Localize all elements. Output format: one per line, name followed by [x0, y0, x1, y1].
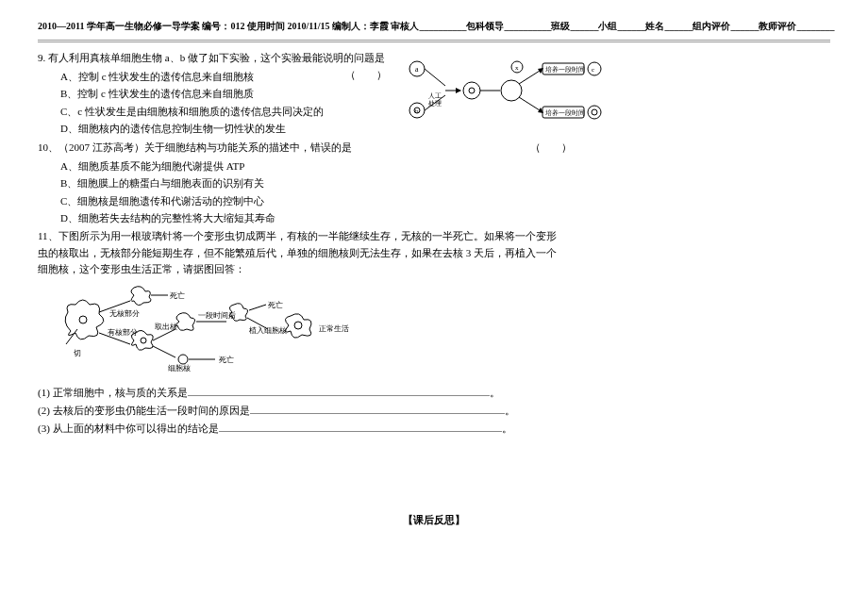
svg-line-40: [153, 346, 175, 357]
svg-text:取出核: 取出核: [155, 323, 177, 331]
svg-text:死亡: 死亡: [219, 356, 234, 364]
q9-optB: B、控制 c 性状发生的遗传信息来自细胞质: [60, 86, 396, 103]
svg-text:培养一段时间: 培养一段时间: [544, 109, 585, 117]
svg-line-45: [249, 305, 266, 310]
svg-point-49: [294, 322, 302, 329]
question-9: 9. 有人利用真核单细胞生物 a、b 做了如下实验，这个实验最能说明的问题是（ …: [38, 50, 396, 138]
blank[interactable]: [219, 420, 502, 432]
q9-optC: C、c 性状发生是由细胞核和细胞质的遗传信息共同决定的: [60, 104, 396, 121]
q10-optB: B、细胞膜上的糖蛋白与细胞表面的识别有关: [60, 175, 566, 192]
svg-text:无核部分: 无核部分: [109, 309, 140, 318]
q10-optC: C、细胞核是细胞遗传和代谢活动的控制中心: [60, 193, 566, 210]
svg-line-14: [519, 71, 540, 84]
svg-point-11: [469, 88, 475, 93]
svg-text:一段时间后: 一段时间后: [198, 311, 236, 320]
svg-text:培养一段时间: 培养一段时间: [544, 66, 585, 74]
figure-2-diagram: 切 无核部分 死亡 有核部分 取出核 细胞核 一段时间后 死亡 植入细胞核 正常…: [57, 284, 377, 379]
blank[interactable]: [188, 384, 490, 396]
sub3: (3) 从上面的材料中你可以得出的结论是: [38, 422, 219, 434]
svg-text:死亡: 死亡: [268, 301, 283, 309]
svg-text:b: b: [415, 108, 419, 115]
svg-point-27: [592, 109, 597, 115]
svg-text:死亡: 死亡: [170, 291, 185, 300]
svg-text:植入细胞核: 植入细胞核: [249, 326, 287, 335]
svg-text:正常生活: 正常生活: [319, 324, 349, 333]
question-11: 11、下图所示为用一根玻璃针将一个变形虫切成两半，有核的一半能继续生存，无核的一…: [38, 228, 566, 278]
q10-stem: 10、（2007 江苏高考）关于细胞结构与功能关系的描述中，错误的是: [38, 141, 352, 153]
blank[interactable]: [250, 402, 505, 414]
divider: [38, 40, 830, 42]
sub-questions: (1) 正常细胞中，核与质的关系是。 (2) 去核后的变形虫仍能生活一段时间的原…: [38, 384, 557, 437]
svg-text:切: 切: [74, 349, 81, 357]
svg-text:细胞核: 细胞核: [168, 364, 191, 373]
svg-point-26: [588, 106, 601, 119]
q9-optD: D、细胞核内的遗传信息控制生物一切性状的发生: [60, 121, 396, 138]
sub1: (1) 正常细胞中，核与质的关系是: [38, 387, 188, 398]
q9-paren: （ ）: [345, 67, 387, 84]
svg-line-16: [519, 97, 540, 110]
svg-point-13: [501, 80, 522, 101]
svg-text:x: x: [515, 64, 519, 72]
svg-point-37: [141, 338, 146, 343]
svg-text:c: c: [592, 66, 594, 74]
svg-text:a: a: [415, 65, 419, 74]
svg-text:有核部分: 有核部分: [108, 328, 138, 337]
reflection-heading: 【课后反思】: [38, 512, 830, 529]
q10-optA: A、细胞质基质不能为细胞代谢提供 ATP: [60, 158, 566, 175]
svg-point-41: [178, 355, 188, 364]
svg-line-29: [66, 329, 77, 344]
q11-stem: 11、下图所示为用一根玻璃针将一个变形虫切成两半，有核的一半能继续生存，无核的一…: [38, 228, 566, 278]
svg-point-10: [463, 82, 480, 99]
question-10: 10、（2007 江苏高考）关于细胞结构与功能关系的描述中，错误的是（ ） A、…: [38, 140, 566, 227]
svg-point-28: [79, 316, 87, 323]
sub2: (2) 去核后的变形虫仍能生活一段时间的原因是: [38, 405, 250, 416]
svg-text:人工: 人工: [428, 92, 442, 100]
figure-1-diagram: a b 人工处理 x 培养一段时间 培养一段时间 c: [406, 58, 604, 142]
q10-optD: D、细胞若失去结构的完整性将大大缩短其寿命: [60, 210, 566, 227]
svg-line-5: [425, 69, 445, 86]
q9-stem: 9. 有人利用真核单细胞生物 a、b 做了如下实验，这个实验最能说明的问题是: [38, 52, 385, 63]
svg-text:处理: 处理: [428, 100, 442, 108]
content: 9. 有人利用真核单细胞生物 a、b 做了如下实验，这个实验最能说明的问题是（ …: [38, 50, 830, 529]
header-line: 2010—2011 学年高一生物必修一导学案 编号：012 使用时间 2010/…: [38, 19, 830, 34]
